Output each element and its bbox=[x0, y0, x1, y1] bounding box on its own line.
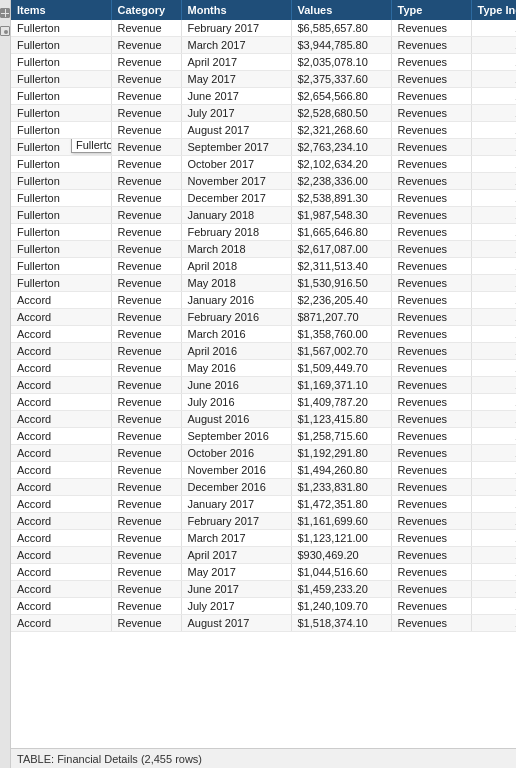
table-row: FullertonRevenueOctober 2017$2,102,634.2… bbox=[11, 156, 516, 173]
table-row: AccordRevenueJuly 2016$1,409,787.20Reven… bbox=[11, 394, 516, 411]
cell-values: $1,240,109.70 bbox=[291, 598, 391, 615]
table-row: AccordRevenueFebruary 2016$871,207.70Rev… bbox=[11, 309, 516, 326]
cell-values: $2,035,078.10 bbox=[291, 54, 391, 71]
cell-type: Revenues bbox=[391, 173, 471, 190]
cell-type: Revenues bbox=[391, 207, 471, 224]
cell-months: July 2017 bbox=[181, 105, 291, 122]
cell-typeindex: 1 bbox=[471, 513, 516, 530]
cell-category: Revenue bbox=[111, 54, 181, 71]
cell-type: Revenues bbox=[391, 394, 471, 411]
side-panel bbox=[0, 0, 11, 768]
cell-months: January 2017 bbox=[181, 496, 291, 513]
cell-typeindex: 1 bbox=[471, 173, 516, 190]
cell-values: $2,238,336.00 bbox=[291, 173, 391, 190]
cell-typeindex: 1 bbox=[471, 37, 516, 54]
cell-category: Revenue bbox=[111, 496, 181, 513]
cell-months: May 2017 bbox=[181, 71, 291, 88]
arrows-icon[interactable] bbox=[0, 26, 10, 36]
cell-type: Revenues bbox=[391, 428, 471, 445]
cell-typeindex: 1 bbox=[471, 530, 516, 547]
cell-type: Revenues bbox=[391, 122, 471, 139]
table-row: FullertonRevenueDecember 2017$2,538,891.… bbox=[11, 190, 516, 207]
table-row: AccordRevenueSeptember 2016$1,258,715.60… bbox=[11, 428, 516, 445]
cell-type: Revenues bbox=[391, 139, 471, 156]
cell-items: Accord bbox=[11, 343, 111, 360]
cell-values: $2,654,566.80 bbox=[291, 88, 391, 105]
cell-type: Revenues bbox=[391, 513, 471, 530]
cell-months: May 2018 bbox=[181, 275, 291, 292]
cell-category: Revenue bbox=[111, 411, 181, 428]
cell-typeindex: 1 bbox=[471, 207, 516, 224]
cell-months: February 2018 bbox=[181, 224, 291, 241]
cell-items: Accord bbox=[11, 496, 111, 513]
col-header-typeindex[interactable]: Type Index bbox=[471, 0, 516, 20]
table-row: FullertonRevenueFebruary 2017$6,585,657.… bbox=[11, 20, 516, 37]
content-area: Items Category Months Values Type Type I… bbox=[11, 0, 516, 768]
table-row: FullertonRevenueJune 2017$2,654,566.80Re… bbox=[11, 88, 516, 105]
cell-values: $1,233,831.80 bbox=[291, 479, 391, 496]
cell-type: Revenues bbox=[391, 105, 471, 122]
cell-values: $1,192,291.80 bbox=[291, 445, 391, 462]
table-row: AccordRevenueAugust 2016$1,123,415.80Rev… bbox=[11, 411, 516, 428]
cell-items: Fullerton bbox=[11, 54, 111, 71]
cell-values: $1,358,760.00 bbox=[291, 326, 391, 343]
table-header-row: Items Category Months Values Type Type I… bbox=[11, 0, 516, 20]
cell-category: Revenue bbox=[111, 309, 181, 326]
cell-values: $1,509,449.70 bbox=[291, 360, 391, 377]
grid-icon[interactable] bbox=[0, 8, 10, 18]
cell-typeindex: 1 bbox=[471, 54, 516, 71]
cell-items: Fullerton bbox=[11, 207, 111, 224]
col-header-months[interactable]: Months bbox=[181, 0, 291, 20]
cell-type: Revenues bbox=[391, 54, 471, 71]
cell-values: $1,459,233.20 bbox=[291, 581, 391, 598]
cell-values: $2,528,680.50 bbox=[291, 105, 391, 122]
status-text: TABLE: Financial Details (2,455 rows) bbox=[17, 753, 202, 765]
cell-values: $930,469.20 bbox=[291, 547, 391, 564]
cell-items: Accord bbox=[11, 564, 111, 581]
col-header-category[interactable]: Category bbox=[111, 0, 181, 20]
cell-type: Revenues bbox=[391, 275, 471, 292]
cell-category: Revenue bbox=[111, 598, 181, 615]
cell-type: Revenues bbox=[391, 564, 471, 581]
cell-typeindex: 1 bbox=[471, 598, 516, 615]
col-header-items[interactable]: Items bbox=[11, 0, 111, 20]
cell-items: Accord bbox=[11, 479, 111, 496]
cell-category: Revenue bbox=[111, 139, 181, 156]
cell-values: $1,530,916.50 bbox=[291, 275, 391, 292]
cell-type: Revenues bbox=[391, 360, 471, 377]
financial-table: Items Category Months Values Type Type I… bbox=[11, 0, 516, 632]
cell-items: Fullerton bbox=[11, 37, 111, 54]
cell-items: Accord bbox=[11, 360, 111, 377]
cell-items: Accord bbox=[11, 377, 111, 394]
data-table-container[interactable]: Items Category Months Values Type Type I… bbox=[11, 0, 516, 748]
table-row: AccordRevenueOctober 2016$1,192,291.80Re… bbox=[11, 445, 516, 462]
cell-items: Accord bbox=[11, 428, 111, 445]
cell-typeindex: 1 bbox=[471, 564, 516, 581]
cell-typeindex: 1 bbox=[471, 581, 516, 598]
table-row: FullertonRevenueMay 2017$2,375,337.60Rev… bbox=[11, 71, 516, 88]
cell-values: $2,321,268.60 bbox=[291, 122, 391, 139]
cell-items: Fullerton bbox=[11, 258, 111, 275]
cell-months: January 2018 bbox=[181, 207, 291, 224]
cell-months: March 2017 bbox=[181, 530, 291, 547]
table-row: FullertonFullertonRevenueSeptember 2017$… bbox=[11, 139, 516, 156]
col-header-type[interactable]: Type bbox=[391, 0, 471, 20]
cell-items: Accord bbox=[11, 513, 111, 530]
table-row: FullertonRevenueAugust 2017$2,321,268.60… bbox=[11, 122, 516, 139]
cell-items: Accord bbox=[11, 326, 111, 343]
cell-category: Revenue bbox=[111, 394, 181, 411]
table-row: AccordRevenueApril 2017$930,469.20Revenu… bbox=[11, 547, 516, 564]
col-header-values[interactable]: Values bbox=[291, 0, 391, 20]
cell-items: Fullerton bbox=[11, 173, 111, 190]
cell-category: Revenue bbox=[111, 564, 181, 581]
table-row: AccordRevenueMarch 2017$1,123,121.00Reve… bbox=[11, 530, 516, 547]
cell-items: Fullerton bbox=[11, 156, 111, 173]
cell-typeindex: 1 bbox=[471, 88, 516, 105]
cell-category: Revenue bbox=[111, 156, 181, 173]
cell-months: June 2016 bbox=[181, 377, 291, 394]
cell-type: Revenues bbox=[391, 462, 471, 479]
cell-values: $1,987,548.30 bbox=[291, 207, 391, 224]
cell-typeindex: 1 bbox=[471, 71, 516, 88]
cell-values: $1,161,699.60 bbox=[291, 513, 391, 530]
cell-typeindex: 1 bbox=[471, 309, 516, 326]
